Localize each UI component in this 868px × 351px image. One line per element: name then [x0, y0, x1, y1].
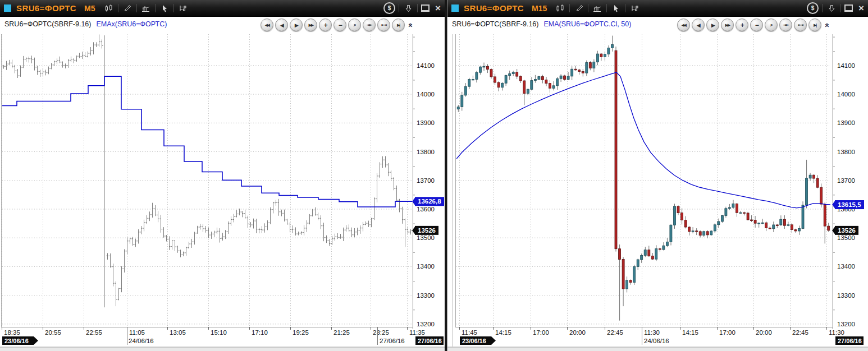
zoom-select-button[interactable]: ⌕ [765, 19, 778, 31]
account-money-icon[interactable]: $ [807, 2, 819, 14]
svg-text:19:25: 19:25 [293, 329, 309, 336]
chart-nav-toolbar: ◀◀◀▶▶▶+−⌕⇥⇤⇤⇥▶|« [677, 19, 830, 31]
scroll-right-button[interactable]: ▶ [290, 19, 303, 31]
chart-type-icon[interactable] [555, 3, 566, 13]
titlebar[interactable]: SRU6=ФОРТС M15 $ × [447, 0, 868, 17]
cursor-pointer-icon[interactable] [610, 3, 622, 13]
collapse-panel-icon[interactable]: « [406, 23, 415, 27]
svg-text:13700: 13700 [417, 177, 435, 184]
cursor-pointer-icon[interactable] [159, 3, 170, 13]
svg-text:13400: 13400 [837, 263, 855, 270]
indicator-label[interactable]: EMA(SRU6=ФОРТС.Cl, 50) [543, 20, 631, 28]
titlebar[interactable]: SRU6=ФОРТС M5 $ × [0, 0, 445, 17]
instrument-label: SRU6=ФОРТС(SBRF-9.16) [452, 20, 538, 28]
svg-text:24/06/16: 24/06/16 [644, 338, 669, 344]
svg-text:20:00: 20:00 [756, 329, 772, 336]
window-icon [451, 4, 459, 12]
go-to-end-button[interactable]: ▶| [392, 19, 405, 31]
draw-pencil-icon[interactable] [573, 3, 584, 13]
objects-list-icon[interactable] [177, 3, 189, 13]
zoom-in-button[interactable]: + [319, 19, 332, 31]
indicator-icon[interactable] [592, 3, 603, 13]
svg-text:20:00: 20:00 [569, 329, 586, 336]
scroll-fast-right-button[interactable]: ▶▶ [304, 19, 317, 31]
scroll-fast-right-button[interactable]: ▶▶ [721, 19, 734, 31]
svg-text:13600: 13600 [417, 206, 435, 213]
svg-text:22:45: 22:45 [607, 329, 623, 336]
go-to-end-button[interactable]: ▶| [808, 19, 821, 31]
last-price-tag: 13526 [832, 226, 858, 235]
instrument-label: SRU6=ФОРТС(SBRF-9.16) [4, 20, 91, 28]
last-price-tag: 13526 [412, 226, 438, 235]
chart-type-icon[interactable] [103, 3, 115, 13]
compress-scale-button[interactable]: ⇥⇤ [363, 19, 376, 31]
scroll-left-button[interactable]: ◀ [692, 19, 705, 31]
close-icon[interactable]: × [858, 4, 864, 12]
indicator-icon[interactable] [140, 3, 152, 13]
zoom-out-button[interactable]: − [334, 19, 346, 31]
instrument-header: SRU6=ФОРТС(SBRF-9.16)EMA(SRU6=ФОРТС.Cl, … [452, 20, 631, 28]
chart-area-m5: SRU6=ФОРТС(SBRF-9.16)EMAx(SRU6=ФОРТС) ◀◀… [0, 17, 445, 351]
indicator-label[interactable]: EMAx(SRU6=ФОРТС) [96, 20, 167, 28]
m5-chart-canvas[interactable]: 1410014000139001380013700136001350013400… [0, 17, 445, 351]
svg-text:11:45: 11:45 [462, 329, 477, 336]
time-axis: 18:3520:5522:5511:0513:0515:1017:1019:25… [2, 327, 444, 345]
date-tag: 23/06/16 [460, 336, 496, 345]
svg-text:27/06/16: 27/06/16 [380, 338, 405, 344]
window-icon [4, 4, 11, 12]
svg-text:13800: 13800 [837, 149, 855, 155]
download-data-icon[interactable] [826, 3, 837, 13]
download-data-icon[interactable] [403, 3, 414, 13]
close-icon[interactable]: × [435, 4, 441, 12]
zoom-select-button[interactable]: ⌕ [348, 19, 361, 31]
svg-text:11:30: 11:30 [644, 329, 660, 336]
scroll-right-button[interactable]: ▶ [706, 19, 719, 31]
window-title: SRU6=ФОРТС [464, 3, 524, 13]
svg-text:13300: 13300 [837, 292, 855, 299]
svg-text:23:25: 23:25 [373, 329, 389, 336]
price-bars-layer[interactable] [2, 35, 412, 308]
scroll-left-button[interactable]: ◀ [275, 19, 288, 31]
svg-text:14000: 14000 [417, 91, 435, 98]
svg-text:23/06/16: 23/06/16 [462, 338, 486, 344]
svg-text:17:10: 17:10 [252, 329, 268, 336]
zoom-in-button[interactable]: + [735, 19, 748, 31]
zoom-out-button[interactable]: − [750, 19, 763, 31]
minimize-icon[interactable] [844, 4, 853, 12]
svg-text:13:05: 13:05 [170, 329, 186, 336]
date-tag: 23/06/16 [2, 336, 38, 345]
draw-pencil-icon[interactable] [122, 3, 133, 13]
svg-text:21:25: 21:25 [334, 329, 350, 336]
grid-layer [2, 34, 413, 327]
date-tag: 27/06/16 [835, 336, 864, 345]
minimize-icon[interactable] [421, 4, 430, 12]
expand-scale-button[interactable]: ⇤⇥ [794, 19, 807, 31]
objects-list-icon[interactable] [629, 3, 640, 13]
svg-text:22:55: 22:55 [86, 329, 102, 336]
time-axis: 11:4514:1517:0020:0022:4511:3014:1517:00… [460, 327, 864, 345]
date-tag: 27/06/16 [415, 336, 444, 345]
compress-scale-button[interactable]: ⇥⇤ [779, 19, 792, 31]
scroll-fast-left-button[interactable]: ◀◀ [677, 19, 690, 31]
scroll-fast-left-button[interactable]: ◀◀ [261, 19, 273, 31]
svg-text:13500: 13500 [417, 234, 435, 241]
svg-text:18:35: 18:35 [4, 329, 20, 336]
window-title: SRU6=ФОРТС [16, 3, 76, 13]
svg-text:14:15: 14:15 [495, 329, 511, 336]
candlestick-layer[interactable] [456, 36, 830, 321]
chart-window-m15: SRU6=ФОРТС M15 $ × SRU6=ФОРТС(SBRF-9.16)… [447, 0, 868, 351]
price-axis: 1410014000139001380013700136001350013400… [833, 37, 855, 327]
collapse-panel-icon[interactable]: « [823, 23, 832, 27]
svg-text:13526: 13526 [418, 227, 436, 234]
svg-text:14:15: 14:15 [682, 329, 698, 336]
svg-text:17:00: 17:00 [719, 329, 735, 336]
ema-line [456, 72, 830, 208]
svg-text:13500: 13500 [837, 234, 855, 241]
m15-chart-canvas[interactable]: 1410014000139001380013700136001350013400… [447, 17, 868, 351]
account-money-icon[interactable]: $ [383, 2, 395, 14]
expand-scale-button[interactable]: ⇤⇥ [377, 19, 390, 31]
svg-text:13200: 13200 [837, 321, 855, 327]
svg-text:27/06/16: 27/06/16 [418, 338, 442, 344]
svg-text:14100: 14100 [837, 62, 855, 69]
svg-text:13626,8: 13626,8 [418, 198, 441, 205]
